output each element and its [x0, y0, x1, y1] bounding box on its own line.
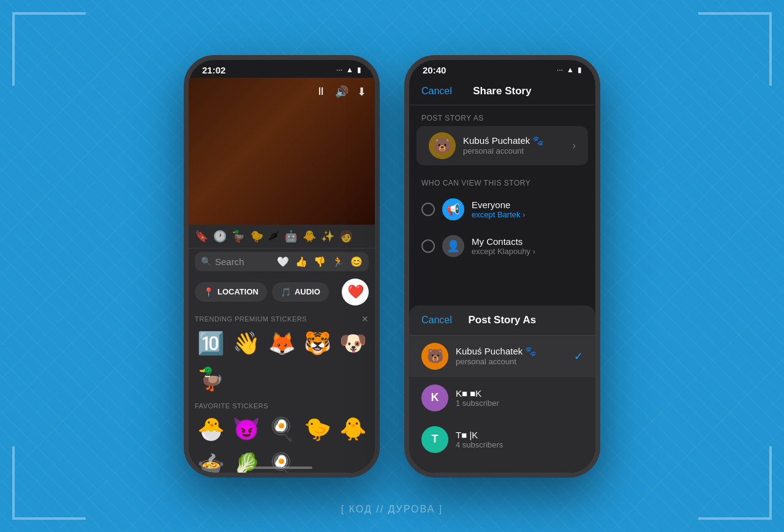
favorite-stickers-row: 🐣 😈 🍳 🐤 🐥	[195, 413, 369, 445]
chick-tab-icon[interactable]: 🐤	[250, 230, 263, 243]
audio-label: AUDIO	[295, 287, 320, 296]
fav-sticker-4[interactable]: 🐤	[301, 413, 333, 445]
my-contacts-sub: except Klapouhy ›	[472, 247, 583, 256]
dots-icon: ···	[336, 66, 342, 74]
battery2-icon: ▮	[578, 66, 582, 74]
modal-item-2-name: K■ ■K	[456, 388, 583, 399]
my-contacts-option[interactable]: 👤 My Contacts except Klapouhy ›	[409, 228, 595, 264]
sticker-5[interactable]: 🐶	[337, 328, 369, 359]
favorite-label: FAVORITE STICKERS	[195, 402, 268, 410]
music-icon: 🎵	[281, 287, 291, 297]
my-contacts-icon: 👤	[442, 235, 464, 257]
sticker-panel: 🔖 🕐 🦆 🐤 🌶 🤖 🐥 ✨ 🧑 🔍 Search 🤍	[189, 225, 375, 478]
everyone-icon: 📢	[442, 198, 464, 220]
fav-sticker-7[interactable]: 🥬	[230, 449, 262, 478]
favorite-section: FAVORITE STICKERS 🐣 😈 🍳 🐤 🐥 🍲 🥬 🍳	[189, 397, 375, 478]
trending-section: TRENDING PREMIUM STICKERS ✕ 🔟 👋 🦊 🐯 🐶 🦆	[189, 309, 375, 397]
emoji-quick-row: 🤍 👍 👎 🏃 😊	[277, 256, 363, 268]
share-story-header: Cancel Share Story	[409, 78, 595, 105]
bookmark-tab-icon[interactable]: 🔖	[195, 230, 208, 243]
favorite-stickers-row-2: 🍲 🥬 🍳	[195, 449, 369, 478]
account-row[interactable]: 🐻 Kubuś Puchatek 🐾 personal account ›	[417, 126, 588, 165]
download-icon[interactable]: ⬇	[357, 85, 366, 99]
pause-icon[interactable]: ⏸	[315, 85, 326, 98]
sticker-6[interactable]: 🦆	[195, 363, 227, 395]
watermark: [ КОД // ДУРОВА ]	[341, 504, 443, 515]
phone1-content: 21:02 ··· ▲ ▮ ⏸ 🔊 ⬇ 🔖	[189, 60, 375, 473]
video-controls: ⏸ 🔊 ⬇	[315, 85, 366, 99]
thumbsdown-emoji[interactable]: 👎	[314, 256, 326, 268]
pepper-tab-icon[interactable]: 🌶	[268, 230, 279, 242]
sticker-1[interactable]: 🔟	[195, 328, 227, 359]
location-label: LOCATION	[217, 287, 258, 296]
smiling-emoji[interactable]: 😊	[350, 256, 363, 268]
share-title: Share Story	[473, 85, 531, 97]
robot-tab-icon[interactable]: 🤖	[284, 230, 298, 243]
phones-container: 21:02 ··· ▲ ▮ ⏸ 🔊 ⬇ 🔖	[184, 55, 600, 478]
person-tab-icon[interactable]: 🧑	[339, 230, 353, 243]
modal-item-3[interactable]: T T■ |K 4 subscribers	[409, 419, 595, 460]
everyone-name: Everyone	[472, 200, 583, 210]
modal-title: Post Story As	[468, 314, 536, 326]
account-name: Kubuś Puchatek 🐾	[463, 135, 573, 146]
modal-item-3-info: T■ |K 4 subscribers	[456, 430, 583, 449]
recent-tab-icon[interactable]: 🕐	[213, 230, 227, 243]
everyone-option[interactable]: 📢 Everyone except Bartek ›	[409, 191, 595, 228]
dots2-icon: ···	[557, 66, 563, 74]
wifi-icon: ▲	[346, 66, 353, 74]
fav-sticker-8[interactable]: 🍳	[266, 449, 298, 478]
fav-sticker-6[interactable]: 🍲	[195, 449, 227, 478]
action-row: 📍 LOCATION 🎵 AUDIO ❤️	[189, 275, 375, 309]
trending-close-icon[interactable]: ✕	[361, 314, 369, 324]
modal-item-1[interactable]: 🐻 Kubuś Puchatek 🐾 personal account ✓	[409, 335, 595, 377]
heart-icon: ❤️	[347, 284, 364, 300]
sticker-search-bar[interactable]: 🔍 Search 🤍 👍 👎 🏃 😊	[195, 252, 369, 271]
audio-button[interactable]: 🎵 AUDIO	[272, 282, 329, 302]
running-emoji[interactable]: 🏃	[332, 256, 344, 268]
phone1-time: 21:02	[202, 65, 225, 75]
corner-bracket-bottom-left	[12, 446, 86, 520]
my-contacts-info: My Contacts except Klapouhy ›	[472, 236, 583, 256]
duck-tab-icon[interactable]: 🦆	[232, 230, 245, 243]
modal-avatar-1: 🐻	[421, 343, 448, 370]
duck2-tab-icon[interactable]: 🐥	[303, 230, 316, 243]
sticker-4[interactable]: 🐯	[301, 328, 333, 359]
fav-sticker-5[interactable]: 🐥	[337, 413, 369, 445]
everyone-radio[interactable]	[421, 203, 435, 216]
wifi2-icon: ▲	[567, 66, 574, 74]
modal-avatar-3: T	[421, 426, 448, 453]
account-chevron-icon: ›	[573, 140, 576, 151]
location-button[interactable]: 📍 LOCATION	[195, 282, 267, 302]
heart-emoji[interactable]: 🤍	[277, 256, 289, 268]
phone1-status-icons: ··· ▲ ▮	[336, 66, 361, 74]
modal-item-1-info: Kubuś Puchatek 🐾 personal account	[456, 346, 567, 366]
everyone-sub: except Bartek ›	[472, 210, 583, 219]
who-can-view-label: WHO CAN VIEW THIS STORY	[409, 170, 595, 191]
volume-icon[interactable]: 🔊	[335, 85, 349, 99]
sparkle-tab-icon[interactable]: ✨	[321, 230, 334, 243]
modal-item-3-sub: 4 subscribers	[456, 440, 583, 449]
modal-item-1-name: Kubuś Puchatek 🐾	[456, 346, 567, 357]
account-sub: personal account	[463, 146, 573, 155]
phone-2: 20:40 ··· ▲ ▮ Cancel Share Story POST ST…	[404, 55, 600, 478]
share-cancel-button[interactable]: Cancel	[421, 86, 452, 97]
everyone-info: Everyone except Bartek ›	[472, 200, 583, 219]
modal-cancel-button[interactable]: Cancel	[421, 315, 452, 326]
my-contacts-radio[interactable]	[421, 239, 435, 253]
sticker-tabs-row: 🔖 🕐 🦆 🐤 🌶 🤖 🐥 ✨ 🧑	[189, 225, 375, 249]
modal-checkmark-icon: ✓	[574, 350, 583, 363]
corner-bracket-top-left	[12, 12, 86, 86]
sticker-3[interactable]: 🦊	[266, 328, 298, 359]
battery-icon: ▮	[357, 66, 361, 74]
post-story-modal: Cancel Post Story As 🐻 Kubuś Puchatek 🐾 …	[409, 305, 595, 473]
fav-sticker-2[interactable]: 😈	[230, 413, 262, 445]
search-icon: 🔍	[201, 257, 211, 266]
modal-item-2[interactable]: K K■ ■K 1 subscriber	[409, 377, 595, 419]
heart-sticker-button[interactable]: ❤️	[342, 279, 369, 305]
fav-sticker-1[interactable]: 🐣	[195, 413, 227, 445]
modal-item-2-info: K■ ■K 1 subscriber	[456, 388, 583, 408]
thumbsup-emoji[interactable]: 👍	[295, 256, 307, 268]
sticker-2[interactable]: 👋	[230, 328, 262, 359]
fav-sticker-3[interactable]: 🍳	[266, 413, 298, 445]
modal-header: Cancel Post Story As	[409, 305, 595, 335]
